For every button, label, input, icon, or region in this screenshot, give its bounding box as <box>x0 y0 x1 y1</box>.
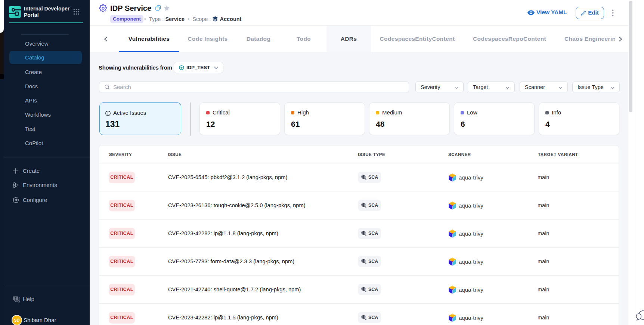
svg-text:?: ? <box>15 297 17 300</box>
